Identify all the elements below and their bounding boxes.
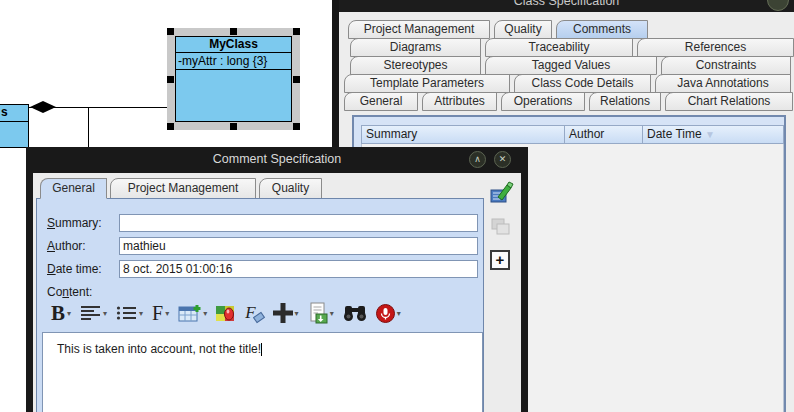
font-icon: F (152, 303, 163, 323)
partial-class-name: s (0, 105, 28, 122)
clear-format-button[interactable]: F (245, 304, 263, 322)
dialog-tab-project-management[interactable]: Project Management (110, 178, 256, 199)
list-button[interactable]: ▾ (116, 305, 143, 321)
insert-button[interactable]: ▾ (273, 303, 299, 323)
spec-window-title: Class Specification (339, 0, 794, 8)
caret-down-icon: ▾ (397, 309, 401, 318)
color-palette-icon (216, 305, 236, 322)
datetime-label-mnemonic: D (47, 262, 56, 276)
tab-references[interactable]: References (637, 38, 794, 57)
comments-table-header: Summary Author Date Time ▼ (361, 125, 784, 144)
record-microphone-icon (376, 304, 395, 323)
sort-desc-icon: ▼ (705, 129, 715, 140)
selection-handle[interactable] (230, 28, 237, 35)
selection-handle[interactable] (167, 76, 174, 83)
tab-java-annotations[interactable]: Java Annotations (655, 74, 791, 93)
copy-icon (490, 217, 512, 237)
general-tab-panel: Summary: Author: Date time: Content: B ▾… (36, 198, 484, 412)
class-attribute: -myAttr : long {3} (176, 53, 291, 70)
tab-quality[interactable]: Quality (494, 20, 552, 39)
caret-down-icon: ▾ (203, 309, 207, 318)
caret-down-icon: ▾ (103, 309, 107, 318)
tab-tagged-values[interactable]: Tagged Values (485, 56, 657, 75)
tab-relations[interactable]: Relations (589, 92, 661, 111)
color-button[interactable] (216, 305, 236, 322)
summary-label-rest: ummary: (55, 216, 102, 230)
column-header-date-time-label: Date Time (647, 127, 702, 141)
shade-button[interactable]: ∧ (469, 151, 486, 168)
tab-operations[interactable]: Operations (501, 92, 585, 111)
partial-class-element[interactable]: s (0, 104, 29, 148)
find-button[interactable] (343, 305, 367, 322)
summary-label: Summary: (47, 216, 102, 230)
spec-window-titlebar[interactable]: Class Specification (339, 0, 794, 12)
selection-handle[interactable] (293, 123, 300, 130)
column-header-date-time[interactable]: Date Time ▼ (643, 125, 784, 144)
tab-general[interactable]: General (344, 92, 418, 111)
text-cursor (261, 343, 262, 356)
datetime-field[interactable] (119, 260, 478, 278)
class-name: MyClass (176, 37, 291, 53)
composition-diamond-icon[interactable] (30, 101, 56, 113)
dialog-titlebar[interactable]: Comment Specification ∧ ✕ (26, 147, 528, 173)
copy-comment-button-disabled (490, 217, 524, 241)
column-header-summary[interactable]: Summary (361, 125, 565, 144)
edit-comment-button[interactable] (490, 181, 524, 208)
dialog-tab-general[interactable]: General (40, 178, 107, 199)
tab-stereotypes[interactable]: Stereotypes (350, 56, 481, 75)
close-button[interactable]: ✕ (494, 151, 511, 168)
list-icon (116, 305, 137, 321)
align-button[interactable]: ▾ (80, 305, 107, 321)
dialog-tab-quality[interactable]: Quality (259, 178, 322, 199)
font-button[interactable]: F ▾ (152, 303, 169, 323)
table-icon (178, 304, 201, 322)
dialog-title: Comment Specification (26, 147, 528, 172)
summary-field[interactable] (119, 214, 478, 232)
tab-project-management[interactable]: Project Management (348, 20, 490, 39)
author-label: Author: (47, 239, 86, 253)
selection-handle[interactable] (293, 28, 300, 35)
column-header-author[interactable]: Author (565, 125, 643, 144)
caret-down-icon: ▾ (165, 309, 169, 318)
dialog-side-buttons: + (490, 181, 524, 279)
editor-text: This is taken into account, not the titl… (57, 342, 261, 356)
tab-comments[interactable]: Comments (556, 20, 648, 39)
tab-traceability[interactable]: Traceability (485, 38, 633, 57)
caret-down-icon: ▾ (295, 309, 299, 318)
bold-icon: B (51, 303, 65, 323)
selection-handle[interactable] (293, 76, 300, 83)
paste-icon (308, 302, 328, 324)
tab-attributes[interactable]: Attributes (422, 92, 497, 111)
tab-class-code-details[interactable]: Class Code Details (514, 74, 651, 93)
plus-icon: + (496, 251, 505, 268)
author-label-mnemonic: A (47, 239, 55, 253)
selection-handle[interactable] (167, 28, 174, 35)
class-myclass[interactable]: MyClass -myAttr : long {3} (175, 36, 292, 122)
association-line-branch[interactable] (88, 107, 89, 148)
selected-class-element[interactable]: MyClass -myAttr : long {3} (167, 28, 300, 130)
datetime-label-rest: ate time: (56, 262, 102, 276)
comment-specification-dialog: Comment Specification ∧ ✕ General Projec… (26, 147, 528, 412)
content-editor[interactable]: This is taken into account, not the titl… (42, 332, 483, 412)
selection-handle[interactable] (230, 123, 237, 130)
summary-label-mnemonic: S (47, 216, 55, 230)
caret-down-icon: ▾ (330, 309, 334, 318)
tab-chart-relations[interactable]: Chart Relations (665, 92, 793, 111)
binoculars-icon (343, 305, 367, 322)
edit-comment-icon (490, 181, 514, 204)
bold-button[interactable]: B ▾ (51, 303, 71, 323)
author-field[interactable] (119, 237, 478, 255)
selection-handle[interactable] (167, 123, 174, 130)
richtext-toolbar: B ▾ ▾ ▾ F ▾ (45, 295, 401, 331)
caret-down-icon: ▾ (67, 309, 71, 318)
paste-button[interactable]: ▾ (308, 302, 334, 324)
dialog-content: General Project Management Quality Summa… (33, 173, 521, 412)
tab-constraints[interactable]: Constraints (661, 56, 791, 75)
author-label-rest: uthor: (55, 239, 86, 253)
tab-diagrams[interactable]: Diagrams (350, 38, 481, 57)
record-button[interactable]: ▾ (376, 304, 401, 323)
table-button[interactable]: ▾ (178, 304, 207, 322)
tab-template-parameters[interactable]: Template Parameters (344, 74, 510, 93)
datetime-label: Date time: (47, 262, 102, 276)
add-button[interactable]: + (490, 250, 510, 270)
